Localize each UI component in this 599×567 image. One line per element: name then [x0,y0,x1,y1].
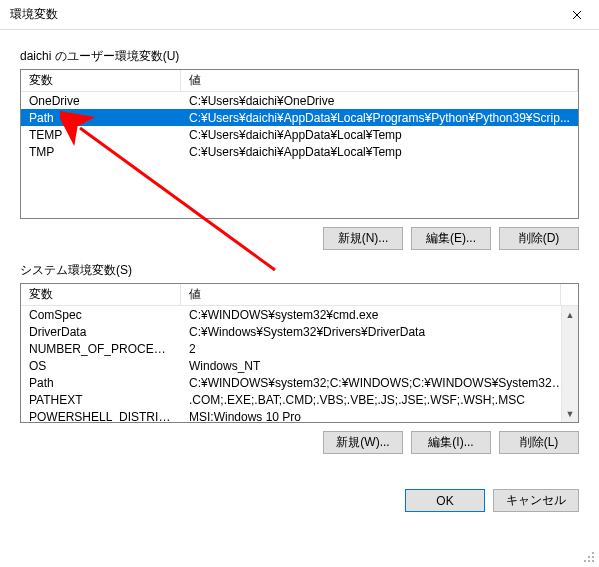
svg-point-2 [588,556,590,558]
column-header-name[interactable]: 変数 [21,70,181,91]
system-variables-group: システム環境変数(S) 変数 値 ComSpecC:¥WINDOWS¥syste… [20,262,579,454]
variable-value: Windows_NT [181,358,578,374]
table-row[interactable]: POWERSHELL_DISTRIBUTIO...MSI:Windows 10 … [21,408,578,423]
variable-name: OS [21,358,181,374]
svg-point-3 [592,556,594,558]
user-delete-button[interactable]: 削除(D) [499,227,579,250]
variable-name: TMP [21,144,181,160]
titlebar: 環境変数 [0,0,599,30]
variable-value: MSI:Windows 10 Pro [181,409,578,424]
variable-name: DriverData [21,324,181,340]
variable-value: .COM;.EXE;.BAT;.CMD;.VBS;.VBE;.JS;.JSE;.… [181,392,578,408]
user-variables-label: daichi のユーザー環境変数(U) [20,48,579,65]
system-list-header: 変数 値 [21,284,578,306]
dialog-buttons: OK キャンセル [0,481,599,526]
scroll-up-icon[interactable]: ▲ [562,306,578,323]
variable-name: NUMBER_OF_PROCESSORS [21,341,181,357]
system-variables-list[interactable]: 変数 値 ComSpecC:¥WINDOWS¥system32¥cmd.exeD… [20,283,579,423]
variable-name: OneDrive [21,93,181,109]
table-row[interactable]: TMPC:¥Users¥daichi¥AppData¥Local¥Temp [21,143,578,160]
variable-value: 2 [181,341,578,357]
variable-name: Path [21,375,181,391]
variable-name: PATHEXT [21,392,181,408]
table-row[interactable]: OneDriveC:¥Users¥daichi¥OneDrive [21,92,578,109]
user-new-button[interactable]: 新規(N)... [323,227,403,250]
column-header-value[interactable]: 値 [181,70,578,91]
close-button[interactable] [554,0,599,30]
user-list-header: 変数 値 [21,70,578,92]
system-buttons-row: 新規(W)... 編集(I)... 削除(L) [20,431,579,454]
variable-name: ComSpec [21,307,181,323]
table-row[interactable]: OSWindows_NT [21,357,578,374]
system-new-button[interactable]: 新規(W)... [323,431,403,454]
svg-point-4 [584,560,586,562]
table-row[interactable]: DriverDataC:¥Windows¥System32¥Drivers¥Dr… [21,323,578,340]
table-row[interactable]: NUMBER_OF_PROCESSORS2 [21,340,578,357]
system-variables-label: システム環境変数(S) [20,262,579,279]
variable-name: Path [21,110,181,126]
table-row[interactable]: ComSpecC:¥WINDOWS¥system32¥cmd.exe [21,306,578,323]
user-variables-list[interactable]: 変数 値 OneDriveC:¥Users¥daichi¥OneDrivePat… [20,69,579,219]
variable-value: C:¥Windows¥System32¥Drivers¥DriverData [181,324,578,340]
variable-value: C:¥Users¥daichi¥AppData¥Local¥Temp [181,127,578,143]
variable-value: C:¥Users¥daichi¥AppData¥Local¥Programs¥P… [181,110,578,126]
column-header-name[interactable]: 変数 [21,284,181,305]
table-row[interactable]: PathC:¥WINDOWS¥system32;C:¥WINDOWS;C:¥WI… [21,374,578,391]
close-icon [572,10,582,20]
table-row[interactable]: TEMPC:¥Users¥daichi¥AppData¥Local¥Temp [21,126,578,143]
user-buttons-row: 新規(N)... 編集(E)... 削除(D) [20,227,579,250]
scroll-down-icon[interactable]: ▼ [562,405,578,422]
variable-value: C:¥Users¥daichi¥OneDrive [181,93,578,109]
dialog-content: daichi のユーザー環境変数(U) 変数 値 OneDriveC:¥User… [0,30,599,481]
table-row[interactable]: PathC:¥Users¥daichi¥AppData¥Local¥Progra… [21,109,578,126]
variable-name: TEMP [21,127,181,143]
variable-value: C:¥WINDOWS¥system32;C:¥WINDOWS;C:¥WINDOW… [181,375,578,391]
column-header-value[interactable]: 値 [181,284,561,305]
scrollbar-vertical[interactable]: ▲ ▼ [561,306,578,422]
svg-point-1 [592,552,594,554]
svg-point-6 [592,560,594,562]
scroll-track[interactable] [562,323,578,405]
ok-button[interactable]: OK [405,489,485,512]
window-title: 環境変数 [10,6,554,23]
table-row[interactable]: PATHEXT.COM;.EXE;.BAT;.CMD;.VBS;.VBE;.JS… [21,391,578,408]
svg-point-5 [588,560,590,562]
system-delete-button[interactable]: 削除(L) [499,431,579,454]
user-variables-group: daichi のユーザー環境変数(U) 変数 値 OneDriveC:¥User… [20,48,579,250]
cancel-button[interactable]: キャンセル [493,489,579,512]
variable-value: C:¥WINDOWS¥system32¥cmd.exe [181,307,578,323]
system-edit-button[interactable]: 編集(I)... [411,431,491,454]
variable-name: POWERSHELL_DISTRIBUTIO... [21,409,181,424]
resize-grip-icon[interactable] [583,551,597,565]
column-header-scroll [561,284,578,305]
user-edit-button[interactable]: 編集(E)... [411,227,491,250]
variable-value: C:¥Users¥daichi¥AppData¥Local¥Temp [181,144,578,160]
